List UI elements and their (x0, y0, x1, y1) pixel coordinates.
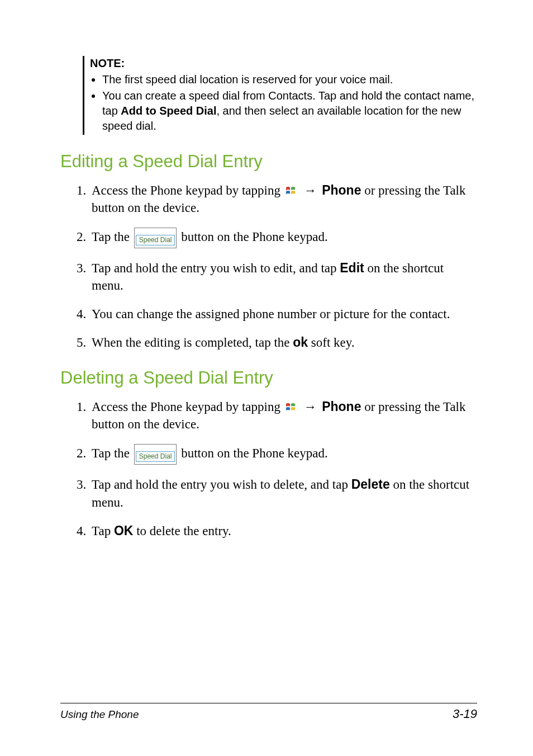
speed-dial-button-label: Speed Dial (136, 235, 175, 245)
note-bar (83, 56, 84, 135)
bold-delete: Delete (351, 477, 390, 492)
step-text: Tap the (92, 230, 133, 244)
footer-page-number: 3-19 (453, 707, 477, 721)
note-content: NOTE: The first speed dial location is r… (90, 56, 477, 135)
step-item: Tap OK to delete the entry. (89, 522, 477, 540)
step-text: button on the Phone keypad. (181, 446, 328, 460)
note-text: The first speed dial location is reserve… (102, 73, 393, 86)
bold-edit: Edit (340, 261, 364, 275)
note-item: The first speed dial location is reserve… (102, 72, 477, 87)
bold-ok: OK (114, 523, 134, 538)
step-item: Tap the Speed Dial button on the Phone k… (89, 444, 477, 465)
document-page: NOTE: The first speed dial location is r… (0, 0, 533, 756)
heading-deleting: Deleting a Speed Dial Entry (60, 368, 477, 388)
step-item: Tap and hold the entry you wish to edit,… (89, 259, 477, 294)
note-list: The first speed dial location is reserve… (90, 72, 477, 134)
note-item: You can create a speed dial from Contact… (102, 88, 477, 134)
footer-row: Using the Phone 3-19 (60, 707, 477, 721)
steps-delete: Access the Phone keypad by tapping → Pho… (60, 398, 477, 539)
note-bold: Add to Speed Dial (121, 105, 216, 117)
note-title: NOTE: (90, 57, 125, 69)
step-item: Tap the Speed Dial button on the Phone k… (89, 228, 477, 248)
speed-dial-button-label: Speed Dial (136, 451, 175, 462)
step-text: Access the Phone keypad by tapping (92, 400, 284, 414)
note-block: NOTE: The first speed dial location is r… (83, 56, 477, 135)
windows-start-icon (285, 186, 296, 196)
bold-ok: ok (293, 335, 308, 349)
steps-edit: Access the Phone keypad by tapping → Pho… (60, 182, 477, 351)
menu-phone: Phone (322, 399, 361, 414)
step-item: Tap and hold the entry you wish to delet… (89, 476, 477, 511)
step-text: to delete the entry. (133, 524, 231, 538)
step-item: When the editing is completed, tap the o… (89, 334, 477, 351)
menu-phone: Phone (322, 183, 361, 197)
step-text: When the editing is completed, tap the (92, 336, 293, 349)
step-item: Access the Phone keypad by tapping → Pho… (89, 398, 477, 433)
step-item: You can change the assigned phone number… (89, 305, 477, 323)
footer-rule (60, 703, 477, 703)
step-text: button on the Phone keypad. (181, 230, 328, 244)
step-text: Tap and hold the entry you wish to delet… (92, 478, 351, 492)
arrow-icon: → (303, 183, 316, 197)
speed-dial-button-image: Speed Dial (134, 444, 177, 465)
arrow-icon: → (303, 399, 316, 414)
step-text: Tap and hold the entry you wish to edit,… (92, 261, 340, 275)
step-item: Access the Phone keypad by tapping → Pho… (89, 182, 477, 216)
speed-dial-button-image: Speed Dial (134, 228, 177, 248)
step-text: soft key. (308, 336, 354, 349)
step-text: You can change the assigned phone number… (92, 307, 450, 321)
page-footer: Using the Phone 3-19 (60, 703, 477, 721)
step-text: Tap (92, 524, 114, 538)
windows-start-icon (285, 402, 296, 412)
step-text: Tap the (92, 446, 133, 460)
heading-editing: Editing a Speed Dial Entry (60, 152, 477, 172)
step-text: Access the Phone keypad by tapping (92, 183, 284, 197)
footer-section-title: Using the Phone (60, 708, 139, 721)
